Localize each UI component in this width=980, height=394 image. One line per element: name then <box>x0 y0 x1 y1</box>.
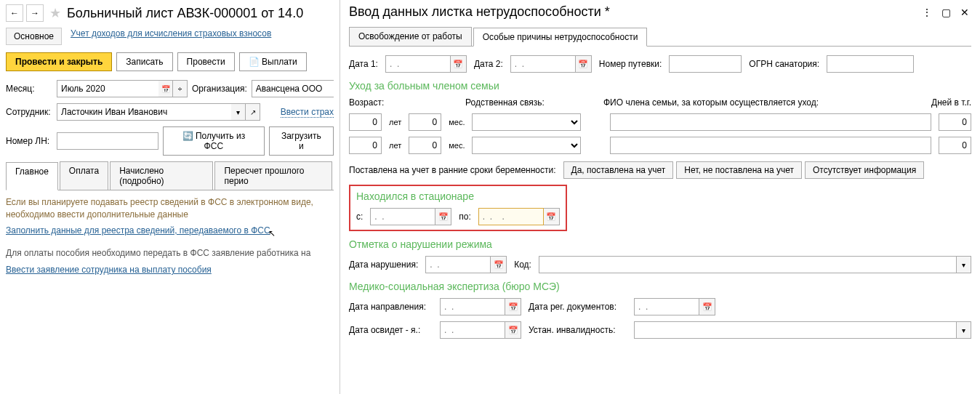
mse-heading: Медико-социальная экспертиза (бюро МСЭ) <box>349 281 971 292</box>
dialog-title: Ввод данных листка нетрудоспособности * <box>349 4 610 20</box>
mse-exam-label: Дата освидет - я.: <box>349 325 433 335</box>
maximize-icon[interactable]: ▢ <box>939 6 952 19</box>
relation-label: Родственная связь: <box>465 97 596 108</box>
mse-dir-calendar-icon[interactable]: 📅 <box>505 298 521 315</box>
hospital-from-input[interactable] <box>370 208 435 225</box>
page-title: Больничный лист АВЗК-000001 от 14.0 <box>67 6 303 21</box>
fill-registry-link[interactable]: Заполнить данные для реестра сведений, п… <box>6 225 270 236</box>
tab-main[interactable]: Основное <box>6 28 62 45</box>
date2-input[interactable] <box>510 55 576 73</box>
get-fss-button[interactable]: 🔄 Получить из ФСС <box>163 126 265 156</box>
info-text-1: Если вы планируете подавать реестр сведе… <box>6 196 334 221</box>
hospital-to-label: по: <box>459 212 471 222</box>
years-lbl-1: лет <box>389 118 401 126</box>
violation-code-dropdown-icon[interactable]: ▾ <box>957 256 971 273</box>
voucher-input[interactable] <box>669 55 742 73</box>
age-label: Возраст: <box>349 97 458 108</box>
pay-button[interactable]: 📄 Выплати <box>239 52 307 71</box>
hospital-from-label: с: <box>356 212 363 222</box>
post-button[interactable]: Провести <box>177 52 235 71</box>
violation-date-input[interactable] <box>425 256 491 273</box>
fio-input-2[interactable] <box>610 137 931 154</box>
hospital-highlight: Находился в стационаре с: 📅 по: 📅 <box>349 185 567 231</box>
tab-payment[interactable]: Оплата <box>60 161 108 190</box>
back-button[interactable]: ← <box>6 4 23 22</box>
date1-input[interactable] <box>385 55 451 73</box>
months-lbl-2: мес. <box>449 141 465 150</box>
mse-dir-input[interactable] <box>440 298 505 315</box>
mse-disab-input[interactable] <box>634 321 957 339</box>
mse-reg-input[interactable] <box>634 298 699 315</box>
enter-application-link[interactable]: Ввести заявление сотрудника на выплату п… <box>6 265 212 275</box>
month-calendar-icon[interactable]: 📅 <box>158 80 173 97</box>
month-label: Месяц: <box>6 84 52 94</box>
tab-special-reasons[interactable]: Особые причины нетрудоспособности <box>473 28 648 47</box>
hospital-from-calendar-icon[interactable]: 📅 <box>435 208 451 225</box>
ogrn-label: ОГРН санатория: <box>749 59 819 69</box>
preg-no-button[interactable]: Нет, не поставлена на учет <box>676 161 802 179</box>
date1-calendar-icon[interactable]: 📅 <box>451 55 467 73</box>
relation-select-1[interactable] <box>472 113 581 131</box>
close-icon[interactable]: ✕ <box>958 6 971 19</box>
days-input-2[interactable] <box>939 137 971 154</box>
post-close-button[interactable]: Провести и закрыть <box>6 52 112 71</box>
years-lbl-2: лет <box>389 141 401 150</box>
preg-none-button[interactable]: Отсутствует информация <box>805 161 924 179</box>
info-text-2: Для оплаты пособия необходимо передать в… <box>6 247 334 260</box>
hospital-heading: Находился в стационаре <box>356 190 560 202</box>
relation-select-2[interactable] <box>472 137 581 154</box>
months-input-2[interactable] <box>409 137 441 154</box>
violation-code-input[interactable] <box>539 256 957 273</box>
fio-label: ФИО члена семьи, за которым осуществляет… <box>603 97 924 108</box>
mse-disab-dropdown-icon[interactable]: ▾ <box>957 321 971 339</box>
month-stepper[interactable]: ÷ <box>173 80 188 97</box>
hospital-to-calendar-icon[interactable]: 📅 <box>544 208 560 225</box>
months-lbl-1: мес. <box>449 118 465 126</box>
mse-exam-input[interactable] <box>440 321 505 339</box>
ln-label: Номер ЛН: <box>6 136 52 146</box>
preg-yes-button[interactable]: Да, поставлена на учет <box>563 161 674 179</box>
fio-input-1[interactable] <box>610 113 931 131</box>
mse-reg-calendar-icon[interactable]: 📅 <box>699 298 715 315</box>
mse-exam-calendar-icon[interactable]: 📅 <box>505 321 521 339</box>
days-label: Дней в т.г. <box>931 97 971 108</box>
care-heading: Уход за больным членом семьи <box>349 80 971 92</box>
org-input[interactable] <box>252 80 334 97</box>
fss-icon: 🔄 <box>182 131 193 141</box>
enter-insurance-link[interactable]: Ввести страх <box>281 107 334 118</box>
pay-icon: 📄 <box>249 57 260 67</box>
tab-recalc[interactable]: Пересчет прошлого перио <box>214 161 332 190</box>
tab-work-release[interactable]: Освобождение от работы <box>349 27 472 46</box>
org-label: Организация: <box>192 84 247 94</box>
save-button[interactable]: Записать <box>116 52 172 71</box>
tab-general[interactable]: Главное <box>6 162 58 190</box>
income-link[interactable]: Учет доходов для исчисления страховых вз… <box>71 28 271 39</box>
years-input-2[interactable] <box>349 137 382 154</box>
tab-accrued[interactable]: Начислено (подробно) <box>110 161 213 190</box>
date2-calendar-icon[interactable]: 📅 <box>576 55 592 73</box>
mse-reg-label: Дата рег. документов: <box>529 302 627 312</box>
violation-code-label: Код: <box>514 260 531 270</box>
load-button[interactable]: Загрузить и <box>269 126 334 156</box>
ln-input[interactable] <box>57 132 158 150</box>
mse-dir-label: Дата направления: <box>349 302 433 312</box>
mse-disab-label: Устан. инвалидность: <box>529 325 627 335</box>
forward-button[interactable]: → <box>26 4 44 22</box>
violation-calendar-icon[interactable]: 📅 <box>491 256 507 273</box>
months-input-1[interactable] <box>409 113 441 131</box>
date2-label: Дата 2: <box>474 59 503 69</box>
menu-icon[interactable]: ⋮ <box>920 6 933 19</box>
cursor-icon: ↖ <box>268 228 276 238</box>
favorite-icon[interactable]: ★ <box>49 5 61 21</box>
date1-label: Дата 1: <box>349 59 378 69</box>
ogrn-input[interactable] <box>827 55 914 73</box>
employee-dropdown-icon[interactable]: ▾ <box>231 103 246 121</box>
years-input-1[interactable] <box>349 113 382 131</box>
hospital-to-input[interactable] <box>478 208 544 225</box>
employee-input[interactable] <box>57 103 231 121</box>
employee-label: Сотрудник: <box>6 107 52 117</box>
employee-open-icon[interactable]: ↗ <box>246 103 260 121</box>
days-input-1[interactable] <box>939 113 971 131</box>
month-input[interactable] <box>57 80 158 97</box>
violation-heading: Отметка о нарушении режима <box>349 238 971 250</box>
